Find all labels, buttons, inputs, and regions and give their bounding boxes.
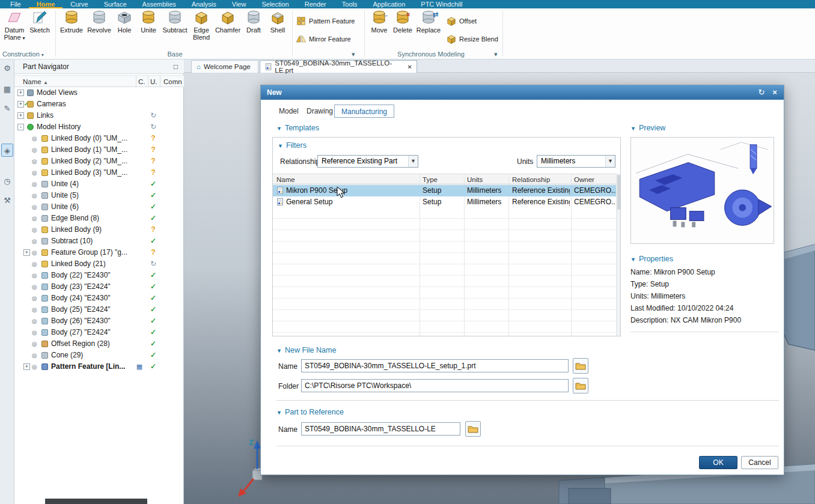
expander-icon[interactable]: + — [17, 90, 24, 96]
menu-analysis[interactable]: Analysis — [184, 0, 224, 8]
tree-item-unite-6[interactable]: ◎ Unite (6) ✓ — [14, 201, 184, 213]
eye-icon[interactable]: ◎ — [32, 178, 37, 190]
reference-name-input[interactable] — [301, 422, 460, 436]
tree-item-linked-body-21[interactable]: ◎ Linked Body (21) ↻ — [14, 258, 184, 270]
part-to-reference-section-header[interactable]: ▼Part to Reference — [276, 408, 344, 416]
tree-item-linked-body-2[interactable]: ◎ Linked Body (2) "UM_... ? — [14, 156, 184, 167]
eye-icon[interactable]: ◎ — [32, 247, 37, 258]
column-comment[interactable]: Comn — [163, 76, 182, 88]
unite-button[interactable]: Unite — [136, 10, 161, 48]
tree-item-model-views[interactable]: + Model Views — [14, 87, 184, 99]
template-row-general-setup[interactable]: General Setup Setup Millimeters Referenc… — [273, 196, 617, 208]
eye-icon[interactable]: ◎ — [32, 270, 37, 281]
browse-file-button[interactable] — [573, 358, 588, 374]
expander-icon[interactable]: + — [17, 112, 24, 119]
close-icon[interactable]: × — [769, 88, 780, 97]
expander-icon[interactable]: + — [17, 101, 24, 108]
filters-section-header[interactable]: ▼Filters — [278, 141, 307, 150]
tab-part-file[interactable]: ST0549_BOBINA-30mm_TASSELLO-LE.prt × — [260, 60, 417, 73]
move-button[interactable]: → Move — [368, 10, 391, 48]
tools-icon[interactable]: ⚒ — [1, 194, 13, 207]
menu-selection[interactable]: Selection — [254, 0, 296, 8]
mirror-feature-button[interactable]: Mirror Feature — [296, 32, 351, 46]
tree-item-unite-4[interactable]: ◎ Unite (4) ✓ — [14, 178, 184, 190]
offset-button[interactable]: Offset — [446, 14, 477, 28]
menu-render[interactable]: Render — [297, 0, 334, 8]
tree-item-edge-blend-8[interactable]: ◎ Edge Blend (8) ✓ — [14, 213, 184, 224]
sync-gallery-expand-icon[interactable]: ▾ — [494, 50, 498, 58]
sketch-tools-icon[interactable]: ✎ — [1, 102, 13, 115]
eye-icon[interactable]: ◎ — [32, 361, 37, 372]
eye-icon[interactable]: ◎ — [32, 281, 37, 293]
menu-file[interactable]: File — [2, 0, 29, 8]
pattern-feature-button[interactable]: Pattern Feature — [296, 14, 355, 28]
eye-icon[interactable]: ◎ — [32, 213, 37, 224]
units-dropdown[interactable]: Millimeters ▼ — [537, 155, 615, 168]
expander-icon[interactable]: + — [23, 249, 30, 256]
eye-icon[interactable]: ◎ — [32, 327, 37, 338]
tab-welcome-page[interactable]: ⌂ Welcome Page — [191, 60, 258, 73]
tab-drawing[interactable]: Drawing — [301, 105, 333, 118]
col-relationship[interactable]: Relationship — [512, 174, 550, 185]
preview-section-header[interactable]: ▼Preview — [630, 124, 665, 132]
expander-icon[interactable]: - — [17, 124, 24, 130]
eye-icon[interactable]: ◎ — [32, 167, 37, 178]
menu-view[interactable]: View — [224, 0, 254, 8]
hole-button[interactable]: Hole — [113, 10, 136, 48]
browse-folder-button[interactable] — [573, 378, 588, 393]
tree-item-links[interactable]: + Links ↻ — [14, 110, 184, 121]
sketch-button[interactable]: Sketch — [28, 10, 52, 48]
part-navigator-icon[interactable]: ◈ — [1, 144, 13, 157]
templates-section-header[interactable]: ▼Templates — [276, 124, 319, 132]
tree-item-body-23[interactable]: ◎ Body (23) "E2424" ✓ — [14, 281, 184, 293]
graphics-viewport[interactable]: Z Y New ↻ × Model Drawing Manufacturing … — [184, 73, 815, 504]
col-units[interactable]: Units — [467, 174, 483, 185]
resize-blend-button[interactable]: Resize Blend — [446, 32, 498, 46]
ok-button[interactable]: OK — [699, 456, 737, 469]
tree-item-feature-group-17[interactable]: + ◎ Feature Group (17) "g... ? — [14, 247, 184, 258]
history-icon[interactable]: ◷ — [1, 175, 13, 188]
delete-button[interactable]: × Delete — [391, 10, 415, 48]
menu-assemblies[interactable]: Assemblies — [135, 0, 184, 8]
column-u[interactable]: U. — [150, 76, 157, 88]
eye-icon[interactable]: ◎ — [32, 201, 37, 213]
file-name-input[interactable] — [301, 359, 569, 372]
eye-icon[interactable]: ◎ — [32, 258, 37, 270]
eye-icon[interactable]: ◎ — [32, 235, 37, 247]
eye-icon[interactable]: ◎ — [32, 144, 37, 156]
eye-icon[interactable]: ◎ — [32, 224, 37, 235]
menu-curve[interactable]: Curve — [63, 0, 96, 8]
subtract-button[interactable]: Subtract — [161, 10, 189, 48]
edge-blend-button[interactable]: Edge Blend — [189, 10, 214, 48]
template-table-header[interactable]: Name Type Units Relationship Owner — [273, 174, 620, 184]
shell-button[interactable]: Shell — [266, 10, 290, 48]
browse-reference-button[interactable] — [465, 421, 481, 437]
assembly-navigator-icon[interactable]: ▦ — [1, 83, 13, 96]
eye-icon[interactable]: ◎ — [32, 315, 37, 327]
template-row-mikron-p900[interactable]: Mikron P900 Setup Setup Millimeters Refe… — [273, 185, 617, 196]
tree-item-subtract-10[interactable]: ◎ Subtract (10) ✓ — [14, 235, 184, 247]
chamfer-button[interactable]: Chamfer — [214, 10, 242, 48]
navigator-column-header[interactable]: Name ▲ C. U. Comn — [14, 75, 184, 87]
folder-input[interactable] — [301, 379, 569, 392]
tree-item-cameras[interactable]: + ✓ Cameras — [14, 99, 184, 110]
eye-icon[interactable]: ◎ — [32, 350, 37, 361]
col-type[interactable]: Type — [423, 174, 438, 185]
eye-icon[interactable]: ◎ — [32, 156, 37, 167]
tree-item-unite-5[interactable]: ◎ Unite (5) ✓ — [14, 190, 184, 201]
reset-icon[interactable]: ↻ — [756, 88, 767, 97]
tree-item-body-24[interactable]: ◎ Body (24) "E2430" ✓ — [14, 293, 184, 304]
revolve-button[interactable]: Revolve — [85, 10, 113, 48]
extrude-button[interactable]: Extrude — [58, 10, 85, 48]
tree-item-body-26[interactable]: ◎ Body (26) "E2430" ✓ — [14, 315, 184, 327]
dialog-title-bar[interactable]: New — [261, 85, 784, 100]
relationship-dropdown[interactable]: Reference Existing Part ▼ — [317, 155, 418, 168]
menu-surface[interactable]: Surface — [96, 0, 135, 8]
eye-icon[interactable]: ◎ — [32, 190, 37, 201]
col-name[interactable]: Name — [276, 174, 295, 185]
tree-item-linked-body-1[interactable]: ◎ Linked Body (1) "UM_... ? — [14, 144, 184, 156]
datum-plane-button[interactable]: Datum Plane ▾ — [2, 10, 26, 48]
tab-model[interactable]: Model — [273, 105, 299, 118]
properties-section-header[interactable]: ▼Properties — [630, 255, 673, 263]
new-file-name-section-header[interactable]: ▼New File Name — [276, 346, 336, 354]
